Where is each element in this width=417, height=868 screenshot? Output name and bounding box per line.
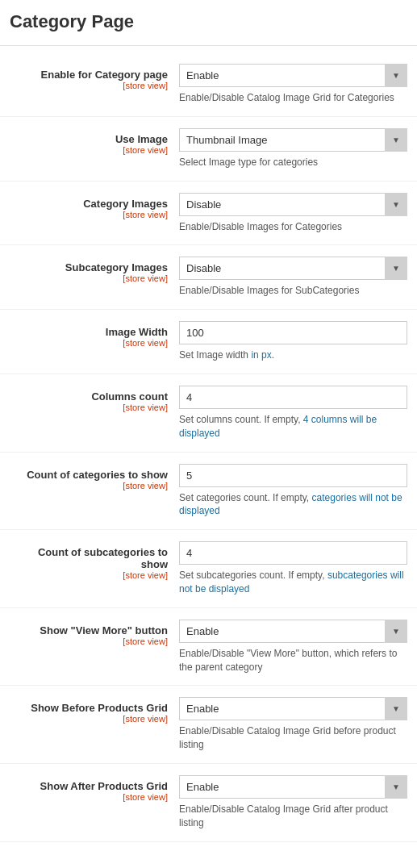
- select-show-after-products[interactable]: EnableDisable: [179, 775, 407, 799]
- input-columns-count[interactable]: [179, 386, 407, 409]
- field-hint-category-images: Enable/Disable Images for Categories: [179, 220, 407, 234]
- field-label-columns-count: Columns count: [10, 390, 168, 403]
- store-view-label-show-view-more: [store view]: [10, 636, 168, 646]
- form-row-subcategory-images: Subcategory Images[store view]EnableDisa…: [0, 245, 417, 310]
- store-view-label-count-categories: [store view]: [10, 481, 168, 490]
- form-row-show-after-products: Show After Products Grid[store view]Enab…: [0, 764, 417, 842]
- input-image-width[interactable]: [179, 321, 407, 344]
- field-label-count-categories: Count of categories to show: [10, 469, 168, 481]
- field-hint-show-before-products: Enable/Disable Catalog Image Grid before…: [179, 724, 407, 752]
- field-hint-use-image: Select Image type for categories: [179, 156, 407, 169]
- store-view-label-category-images: [store view]: [10, 210, 168, 219]
- field-label-category-images: Category Images: [10, 198, 168, 210]
- field-label-enable-category-page: Enable for Category page: [10, 69, 168, 81]
- store-view-label-enable-category-page: [store view]: [10, 81, 168, 90]
- select-category-images[interactable]: EnableDisable: [179, 193, 407, 216]
- field-label-subcategory-images: Subcategory Images: [10, 261, 168, 273]
- form-row-count-subcategories: Count of subcategories to show[store vie…: [0, 530, 417, 608]
- select-show-before-products[interactable]: EnableDisable: [179, 697, 407, 720]
- input-count-subcategories[interactable]: [179, 541, 407, 565]
- store-view-label-use-image: [store view]: [10, 145, 168, 155]
- form-row-category-images: Category Images[store view]EnableDisable…: [0, 182, 417, 246]
- store-view-label-image-width: [store view]: [10, 338, 168, 348]
- field-hint-columns-count: Set columns count. If empty, 4 columns w…: [179, 413, 407, 440]
- field-label-show-view-more: Show "View More" button: [10, 624, 168, 636]
- field-label-image-width: Image Width: [10, 326, 168, 338]
- store-view-label-subcategory-images: [store view]: [10, 273, 168, 283]
- form-row-enable-category-page: Enable for Category page[store view]Enab…: [0, 52, 417, 117]
- field-hint-count-categories: Set categories count. If empty, categori…: [179, 491, 407, 519]
- field-hint-enable-category-page: Enable/Disable Catalog Image Grid for Ca…: [179, 91, 407, 105]
- field-label-show-after-products: Show After Products Grid: [10, 780, 168, 792]
- field-label-show-before-products: Show Before Products Grid: [10, 702, 168, 714]
- form-row-count-categories: Count of categories to show[store view]S…: [0, 453, 417, 531]
- select-subcategory-images[interactable]: EnableDisable: [179, 257, 407, 280]
- field-label-count-subcategories: Count of subcategories to show: [10, 546, 168, 570]
- select-enable-category-page[interactable]: EnableDisable: [179, 64, 407, 87]
- form-row-show-view-more: Show "View More" button[store view]Enabl…: [0, 608, 417, 686]
- field-hint-show-view-more: Enable/Disable "View More" button, which…: [179, 647, 407, 674]
- field-hint-subcategory-images: Enable/Disable Images for SubCategories: [179, 284, 407, 298]
- store-view-label-columns-count: [store view]: [10, 403, 168, 412]
- field-hint-show-after-products: Enable/Disable Catalog Image Grid after …: [179, 803, 407, 830]
- form-row-columns-count: Columns count[store view]Set columns cou…: [0, 374, 417, 453]
- page-title: Category Page: [0, 0, 417, 46]
- field-hint-count-subcategories: Set subcategories count. If empty, subca…: [179, 569, 407, 596]
- field-label-use-image: Use Image: [10, 133, 168, 145]
- form-row-use-image: Use Image[store view]Thumbnail ImageBase…: [0, 117, 417, 182]
- form-row-image-width: Image Width[store view]Set Image width i…: [0, 310, 417, 374]
- store-view-label-show-before-products: [store view]: [10, 714, 168, 724]
- form-row-show-before-products: Show Before Products Grid[store view]Ena…: [0, 686, 417, 764]
- select-use-image[interactable]: Thumbnail ImageBase Image: [179, 128, 407, 152]
- store-view-label-show-after-products: [store view]: [10, 792, 168, 802]
- store-view-label-count-subcategories: [store view]: [10, 570, 168, 580]
- select-show-view-more[interactable]: EnableDisable: [179, 620, 407, 643]
- field-hint-image-width: Set Image width in px.: [179, 348, 407, 362]
- input-count-categories[interactable]: [179, 464, 407, 487]
